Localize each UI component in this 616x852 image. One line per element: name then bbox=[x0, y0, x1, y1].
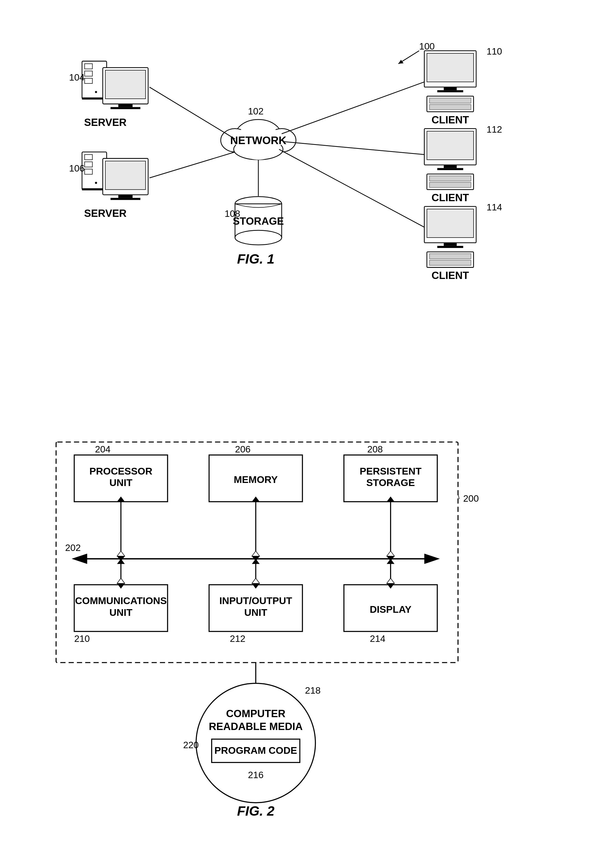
svg-marker-65 bbox=[398, 60, 404, 64]
svg-text:INPUT/OUTPUT: INPUT/OUTPUT bbox=[219, 595, 292, 606]
svg-line-68 bbox=[282, 82, 424, 134]
svg-rect-56 bbox=[444, 243, 456, 246]
svg-rect-16 bbox=[95, 182, 97, 184]
svg-text:COMMUNICATIONS: COMMUNICATIONS bbox=[75, 595, 167, 606]
svg-rect-51 bbox=[429, 183, 471, 188]
fig1-diagram: SERVER 104 SERVER 106 bbox=[23, 17, 593, 381]
svg-rect-60 bbox=[429, 260, 471, 266]
svg-rect-9 bbox=[110, 107, 140, 109]
svg-text:210: 210 bbox=[74, 633, 90, 644]
svg-rect-7 bbox=[105, 70, 146, 99]
svg-text:STORAGE: STORAGE bbox=[366, 477, 415, 488]
svg-rect-21 bbox=[110, 198, 140, 200]
svg-text:COMPUTER: COMPUTER bbox=[226, 708, 286, 719]
svg-text:206: 206 bbox=[235, 444, 250, 455]
svg-text:112: 112 bbox=[486, 124, 502, 134]
svg-text:FIG. 2: FIG. 2 bbox=[237, 803, 274, 819]
svg-rect-48 bbox=[437, 168, 463, 170]
svg-text:212: 212 bbox=[230, 633, 245, 644]
svg-text:218: 218 bbox=[305, 685, 321, 696]
svg-rect-37 bbox=[427, 53, 474, 82]
page-container: SERVER 104 SERVER 106 bbox=[0, 0, 616, 852]
svg-text:114: 114 bbox=[486, 202, 502, 212]
svg-rect-50 bbox=[429, 176, 471, 181]
svg-rect-39 bbox=[437, 90, 463, 92]
svg-text:DISPLAY: DISPLAY bbox=[370, 604, 411, 615]
svg-text:214: 214 bbox=[370, 633, 386, 644]
svg-rect-41 bbox=[429, 98, 471, 103]
svg-text:SERVER: SERVER bbox=[84, 116, 127, 128]
svg-text:PERSISTENT: PERSISTENT bbox=[360, 465, 422, 476]
svg-rect-57 bbox=[437, 246, 463, 248]
svg-text:110: 110 bbox=[486, 46, 502, 56]
svg-text:MEMORY: MEMORY bbox=[234, 474, 278, 485]
svg-text:208: 208 bbox=[367, 444, 383, 455]
svg-text:PROGRAM CODE: PROGRAM CODE bbox=[214, 745, 297, 756]
svg-text:CLIENT: CLIENT bbox=[431, 114, 469, 125]
svg-rect-8 bbox=[118, 104, 133, 107]
svg-rect-4 bbox=[95, 91, 97, 93]
svg-line-75 bbox=[458, 494, 459, 499]
svg-rect-42 bbox=[429, 104, 471, 110]
svg-text:106: 106 bbox=[69, 163, 85, 174]
svg-text:202: 202 bbox=[65, 542, 81, 553]
svg-text:108: 108 bbox=[224, 208, 240, 219]
svg-line-69 bbox=[283, 142, 424, 154]
svg-text:SERVER: SERVER bbox=[84, 207, 127, 219]
svg-text:STORAGE: STORAGE bbox=[233, 215, 284, 227]
svg-line-66 bbox=[149, 87, 235, 139]
svg-text:200: 200 bbox=[463, 493, 479, 504]
svg-rect-46 bbox=[427, 131, 474, 160]
svg-text:UNIT: UNIT bbox=[244, 607, 268, 618]
svg-text:UNIT: UNIT bbox=[109, 477, 133, 488]
svg-text:NETWORK: NETWORK bbox=[230, 134, 286, 147]
svg-text:216: 216 bbox=[248, 770, 264, 780]
svg-text:100: 100 bbox=[419, 41, 435, 51]
svg-text:FIG. 1: FIG. 1 bbox=[237, 251, 274, 266]
svg-text:104: 104 bbox=[69, 72, 85, 83]
svg-text:CLIENT: CLIENT bbox=[431, 192, 469, 203]
svg-line-67 bbox=[149, 152, 235, 178]
svg-text:220: 220 bbox=[183, 740, 199, 750]
svg-text:READABLE MEDIA: READABLE MEDIA bbox=[209, 721, 303, 732]
svg-rect-38 bbox=[444, 87, 456, 90]
svg-rect-19 bbox=[105, 161, 146, 190]
svg-rect-59 bbox=[429, 254, 471, 259]
svg-text:UNIT: UNIT bbox=[109, 607, 133, 618]
svg-point-33 bbox=[235, 230, 282, 245]
svg-text:204: 204 bbox=[95, 444, 111, 455]
svg-text:CLIENT: CLIENT bbox=[431, 269, 469, 281]
fig2-diagram: 200 202 bbox=[23, 403, 593, 837]
svg-text:102: 102 bbox=[248, 106, 264, 116]
svg-rect-20 bbox=[118, 195, 133, 198]
svg-line-70 bbox=[279, 150, 424, 227]
svg-rect-47 bbox=[444, 165, 456, 168]
svg-text:PROCESSOR: PROCESSOR bbox=[89, 465, 152, 476]
svg-rect-55 bbox=[427, 209, 474, 237]
